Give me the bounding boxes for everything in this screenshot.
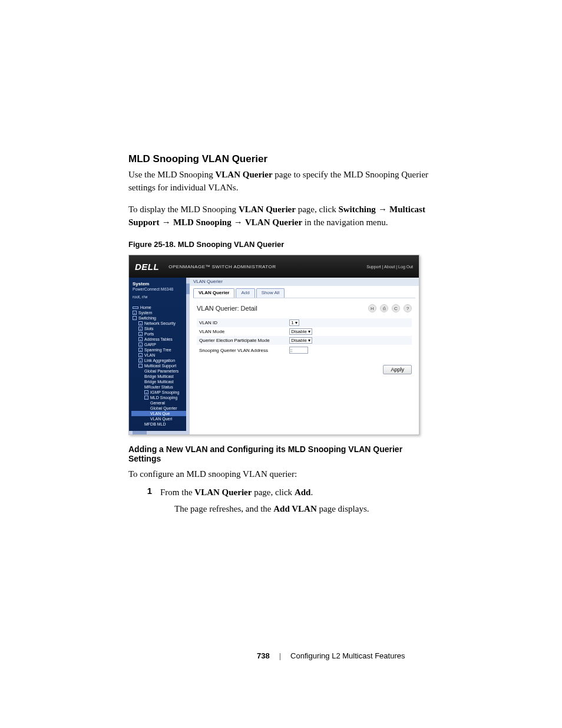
field-value-cell [287,345,412,355]
vlan-id-select[interactable]: 1 ▾ [289,319,299,326]
collapse-icon[interactable]: − [133,316,137,320]
tree-label: VLAN Que [150,411,170,416]
dell-logo: DELL [135,262,159,272]
main-content: VLAN Querier VLAN Querier Add Show All V… [190,278,419,434]
tree-label: Slots [144,327,154,331]
tab-add[interactable]: Add [236,288,254,298]
vlan-mode-select[interactable]: Disable ▾ [289,328,312,335]
detail-title: VLAN Querier: Detail [197,305,257,312]
save-icon[interactable]: H [368,304,376,312]
tree-item-garp[interactable]: +GARP [131,342,190,347]
expand-icon[interactable]: + [138,332,143,336]
text-bold: Add [295,487,311,497]
print-icon[interactable]: ⎙ [380,304,388,312]
form-table: VLAN ID 1 ▾ VLAN Mode Disable ▾ Querier … [197,318,412,355]
qep-mode-select[interactable]: Disable ▾ [289,337,312,344]
expand-icon[interactable]: + [138,358,143,363]
text: in the navigation menu. [302,218,388,227]
tree-label: Switching [138,316,156,320]
arrow-icon: → [376,204,389,214]
tree-item-globalq[interactable]: Global Querier [131,406,190,411]
expand-icon[interactable]: + [138,327,143,331]
collapse-icon[interactable]: − [138,364,143,368]
tree-item-bridgemc[interactable]: Bridge Multicast [131,374,190,379]
expand-icon[interactable]: + [138,342,143,347]
arrow-icon: → [160,217,173,227]
text: page, click [252,487,294,497]
tree-label: Home [140,305,151,309]
tree-item-mld[interactable]: −MLD Snooping [131,395,190,400]
table-row: Querier Election Participate Mode Disabl… [197,336,412,345]
ordered-steps: 1 From the VLAN Querier page, click Add.… [143,486,434,516]
header-links[interactable]: Support | About | Log Out [366,265,413,269]
tree-item-stp[interactable]: +Spanning Tree [131,347,190,353]
detail-panel: VLAN Querier: Detail H ⎙ C ? VLAN ID 1 ▾ [193,298,415,361]
tree-item-home[interactable]: Home [131,305,190,310]
tree-item-mfdb[interactable]: MFDB MLD [131,421,190,427]
sidebar-scrollbar[interactable] [186,278,190,434]
tree-label: Global Querier [150,406,177,410]
field-label: VLAN Mode [197,327,287,336]
tree-item-globparam[interactable]: Global Parameters [131,368,190,374]
tree-item-vlan[interactable]: +VLAN [131,353,190,358]
expand-icon[interactable]: + [133,311,137,315]
tree-item-vlanque-selected[interactable]: VLAN Que [131,411,190,416]
tree-item-general[interactable]: General [131,400,190,406]
nav-tree: Home +System −Switching +Network Securit… [129,302,190,427]
scroll-thumb[interactable] [133,431,147,434]
tree-label: Address Tables [144,337,173,341]
expand-icon[interactable]: + [138,348,143,352]
tree-label: Global Parameters [144,369,178,373]
apply-button[interactable]: Apply [383,365,412,374]
text-bold: MLD Snooping [173,218,232,227]
step-item: 1 From the VLAN Querier page, click Add. [143,486,434,499]
step-body: From the VLAN Querier page, click Add. [160,486,434,499]
tree-item-netsec[interactable]: +Network Security [131,321,190,326]
expand-icon[interactable]: + [138,321,143,325]
select-value: 1 [291,320,293,325]
expand-icon[interactable]: + [138,337,143,341]
tree-item-switching[interactable]: −Switching [131,315,190,321]
tree-item-mcast[interactable]: −Multicast Support [131,363,190,368]
action-icons: H ⎙ C ? [368,304,412,312]
field-label: Querier Election Participate Mode [197,336,287,345]
tree-label: Bridge Multicast [144,380,174,384]
tab-show-all[interactable]: Show All [256,288,285,298]
tree-item-system[interactable]: +System [131,310,190,315]
tree-label: IGMP Snooping [150,390,179,394]
tree-label: Link Aggregation [144,358,175,363]
sqva-input[interactable] [289,347,308,354]
home-icon [133,307,138,309]
tree-label: Network Security [144,321,176,325]
app-title: OPENMANAGE™ SWITCH ADMINISTRATOR [168,264,276,269]
refresh-icon[interactable]: C [392,304,400,312]
tree-item-bridgemc[interactable]: Bridge Multicast [131,379,190,384]
tree-item-slots[interactable]: +Slots [131,326,190,331]
collapse-icon[interactable]: − [144,396,148,400]
tab-vlan-querier[interactable]: VLAN Querier [193,288,234,298]
select-value: Disable [291,338,307,343]
expand-icon[interactable]: + [138,353,143,357]
expand-icon[interactable]: + [144,390,148,394]
help-icon[interactable]: ? [404,304,412,312]
tree-item-linkagg[interactable]: +Link Aggregation [131,358,190,363]
breadcrumb: VLAN Querier [190,278,419,286]
select-value: Disable [291,329,307,334]
tree-label: MFDB MLD [144,422,166,426]
text: Use the MLD Snooping [128,170,216,179]
tabs: VLAN Querier Add Show All [193,288,419,298]
tree-item-mrouter[interactable]: MRouter Status [131,384,190,390]
field-value-cell: Disable ▾ [287,327,412,336]
sidebar-hscrollbar[interactable] [129,431,190,434]
tree-item-ports[interactable]: +Ports [131,331,190,337]
scroll-thumb[interactable] [186,284,190,294]
app-header: DELL OPENMANAGE™ SWITCH ADMINISTRATOR Su… [129,255,419,278]
tree-label: Bridge Multicast [144,374,174,378]
tree-item-addrtbl[interactable]: +Address Tables [131,337,190,342]
device-name: PowerConnect M6348 [129,287,190,295]
field-value-cell: Disable ▾ [287,336,412,345]
step-continuation: The page refreshes, and the Add VLAN pag… [174,502,434,516]
tree-item-igmp[interactable]: +IGMP Snooping [131,390,190,395]
tree-item-vlanquer[interactable]: VLAN Queri [131,416,190,421]
tree-label: Spanning Tree [144,348,171,352]
